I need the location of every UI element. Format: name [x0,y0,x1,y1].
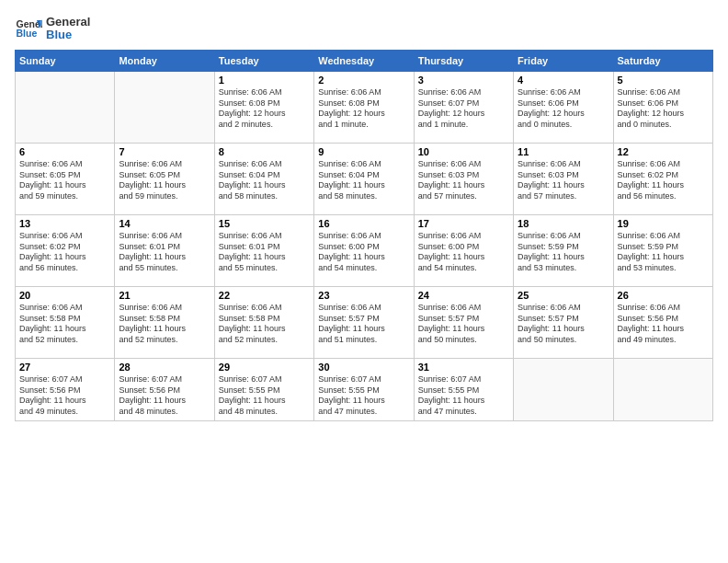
day-number: 30 [318,362,409,373]
day-info: Sunrise: 6:06 AM Sunset: 6:00 PM Dayligh… [318,231,409,274]
day-info: Sunrise: 6:06 AM Sunset: 6:05 PM Dayligh… [119,159,210,202]
calendar-cell: 27Sunrise: 6:07 AM Sunset: 5:56 PM Dayli… [16,359,115,421]
calendar-cell: 18Sunrise: 6:06 AM Sunset: 5:59 PM Dayli… [514,215,613,287]
logo-icon: General Blue [15,15,42,42]
day-info: Sunrise: 6:06 AM Sunset: 6:00 PM Dayligh… [418,231,509,274]
day-number: 11 [518,146,609,157]
day-number: 6 [19,146,110,157]
week-row-4: 20Sunrise: 6:06 AM Sunset: 5:58 PM Dayli… [16,287,713,359]
day-number: 9 [318,146,409,157]
calendar-cell: 4Sunrise: 6:06 AM Sunset: 6:06 PM Daylig… [514,72,613,144]
calendar-cell: 1Sunrise: 6:06 AM Sunset: 6:08 PM Daylig… [214,72,313,144]
day-number: 18 [518,218,609,229]
day-number: 13 [19,218,110,229]
calendar-container: General Blue General Blue SundayMondayTu… [0,0,728,563]
day-number: 4 [518,75,609,86]
calendar-cell: 28Sunrise: 6:07 AM Sunset: 5:56 PM Dayli… [115,359,214,421]
day-number: 22 [219,290,310,301]
calendar-cell: 9Sunrise: 6:06 AM Sunset: 6:04 PM Daylig… [314,144,414,215]
calendar-cell: 2Sunrise: 6:06 AM Sunset: 6:08 PM Daylig… [314,72,414,144]
calendar-cell: 8Sunrise: 6:06 AM Sunset: 6:04 PM Daylig… [214,144,313,215]
calendar-table: SundayMondayTuesdayWednesdayThursdayFrid… [15,50,713,421]
weekday-header-thursday: Thursday [414,51,513,72]
week-row-3: 13Sunrise: 6:06 AM Sunset: 6:02 PM Dayli… [16,215,713,287]
day-number: 29 [219,362,310,373]
weekday-header-row: SundayMondayTuesdayWednesdayThursdayFrid… [16,51,713,72]
weekday-header-saturday: Saturday [613,51,712,72]
day-info: Sunrise: 6:06 AM Sunset: 6:08 PM Dayligh… [318,87,409,131]
day-info: Sunrise: 6:07 AM Sunset: 5:55 PM Dayligh… [418,374,509,418]
day-info: Sunrise: 6:06 AM Sunset: 6:03 PM Dayligh… [418,159,509,202]
weekday-header-tuesday: Tuesday [214,51,313,72]
day-number: 15 [219,218,310,229]
day-info: Sunrise: 6:06 AM Sunset: 6:08 PM Dayligh… [219,87,310,131]
logo: General Blue General Blue [15,15,90,42]
header: General Blue General Blue [15,15,713,42]
day-number: 25 [518,290,609,301]
calendar-cell: 12Sunrise: 6:06 AM Sunset: 6:02 PM Dayli… [613,144,712,215]
day-number: 26 [618,290,709,301]
day-info: Sunrise: 6:06 AM Sunset: 6:05 PM Dayligh… [19,159,110,202]
week-row-5: 27Sunrise: 6:07 AM Sunset: 5:56 PM Dayli… [16,359,713,421]
day-info: Sunrise: 6:06 AM Sunset: 5:58 PM Dayligh… [119,303,210,346]
day-info: Sunrise: 6:07 AM Sunset: 5:56 PM Dayligh… [119,374,210,418]
day-info: Sunrise: 6:06 AM Sunset: 6:07 PM Dayligh… [418,87,509,131]
week-row-1: 1Sunrise: 6:06 AM Sunset: 6:08 PM Daylig… [16,72,713,144]
calendar-cell: 30Sunrise: 6:07 AM Sunset: 5:55 PM Dayli… [314,359,414,421]
week-row-2: 6Sunrise: 6:06 AM Sunset: 6:05 PM Daylig… [16,144,713,215]
day-info: Sunrise: 6:06 AM Sunset: 5:57 PM Dayligh… [318,303,409,346]
calendar-cell: 6Sunrise: 6:06 AM Sunset: 6:05 PM Daylig… [16,144,115,215]
day-info: Sunrise: 6:06 AM Sunset: 6:06 PM Dayligh… [618,87,709,131]
day-info: Sunrise: 6:07 AM Sunset: 5:55 PM Dayligh… [219,374,310,418]
day-number: 7 [119,146,210,157]
day-number: 8 [219,146,310,157]
calendar-cell [514,359,613,421]
calendar-cell: 3Sunrise: 6:06 AM Sunset: 6:07 PM Daylig… [414,72,513,144]
calendar-cell: 25Sunrise: 6:06 AM Sunset: 5:57 PM Dayli… [514,287,613,359]
calendar-cell: 21Sunrise: 6:06 AM Sunset: 5:58 PM Dayli… [115,287,214,359]
day-info: Sunrise: 6:06 AM Sunset: 6:04 PM Dayligh… [219,159,310,202]
calendar-cell: 29Sunrise: 6:07 AM Sunset: 5:55 PM Dayli… [214,359,313,421]
day-info: Sunrise: 6:06 AM Sunset: 5:59 PM Dayligh… [518,231,609,274]
day-info: Sunrise: 6:06 AM Sunset: 5:59 PM Dayligh… [618,231,709,274]
day-number: 28 [119,362,210,373]
calendar-cell: 31Sunrise: 6:07 AM Sunset: 5:55 PM Dayli… [414,359,513,421]
calendar-cell: 26Sunrise: 6:06 AM Sunset: 5:56 PM Dayli… [613,287,712,359]
day-number: 23 [318,290,409,301]
calendar-cell [16,72,115,144]
day-number: 21 [119,290,210,301]
day-info: Sunrise: 6:06 AM Sunset: 6:02 PM Dayligh… [19,231,110,274]
calendar-cell [115,72,214,144]
day-info: Sunrise: 6:06 AM Sunset: 5:56 PM Dayligh… [618,303,709,346]
day-number: 19 [618,218,709,229]
calendar-cell: 15Sunrise: 6:06 AM Sunset: 6:01 PM Dayli… [214,215,313,287]
svg-text:Blue: Blue [17,28,38,39]
day-number: 3 [418,75,509,86]
calendar-cell: 11Sunrise: 6:06 AM Sunset: 6:03 PM Dayli… [514,144,613,215]
weekday-header-friday: Friday [514,51,613,72]
calendar-cell: 10Sunrise: 6:06 AM Sunset: 6:03 PM Dayli… [414,144,513,215]
day-info: Sunrise: 6:06 AM Sunset: 5:58 PM Dayligh… [19,303,110,346]
day-info: Sunrise: 6:07 AM Sunset: 5:56 PM Dayligh… [19,374,110,418]
calendar-cell: 17Sunrise: 6:06 AM Sunset: 6:00 PM Dayli… [414,215,513,287]
day-info: Sunrise: 6:06 AM Sunset: 6:01 PM Dayligh… [219,231,310,274]
day-number: 12 [618,146,709,157]
day-info: Sunrise: 6:06 AM Sunset: 6:03 PM Dayligh… [518,159,609,202]
calendar-cell: 19Sunrise: 6:06 AM Sunset: 5:59 PM Dayli… [613,215,712,287]
day-number: 10 [418,146,509,157]
day-info: Sunrise: 6:06 AM Sunset: 5:58 PM Dayligh… [219,303,310,346]
calendar-cell: 24Sunrise: 6:06 AM Sunset: 5:57 PM Dayli… [414,287,513,359]
day-info: Sunrise: 6:06 AM Sunset: 6:02 PM Dayligh… [618,159,709,202]
calendar-cell: 14Sunrise: 6:06 AM Sunset: 6:01 PM Dayli… [115,215,214,287]
day-number: 5 [618,75,709,86]
calendar-cell: 5Sunrise: 6:06 AM Sunset: 6:06 PM Daylig… [613,72,712,144]
day-number: 14 [119,218,210,229]
day-number: 31 [418,362,509,373]
weekday-header-monday: Monday [115,51,214,72]
day-number: 16 [318,218,409,229]
day-number: 2 [318,75,409,86]
day-info: Sunrise: 6:06 AM Sunset: 6:04 PM Dayligh… [318,159,409,202]
day-info: Sunrise: 6:06 AM Sunset: 5:57 PM Dayligh… [518,303,609,346]
day-info: Sunrise: 6:06 AM Sunset: 6:06 PM Dayligh… [518,87,609,131]
day-number: 24 [418,290,509,301]
